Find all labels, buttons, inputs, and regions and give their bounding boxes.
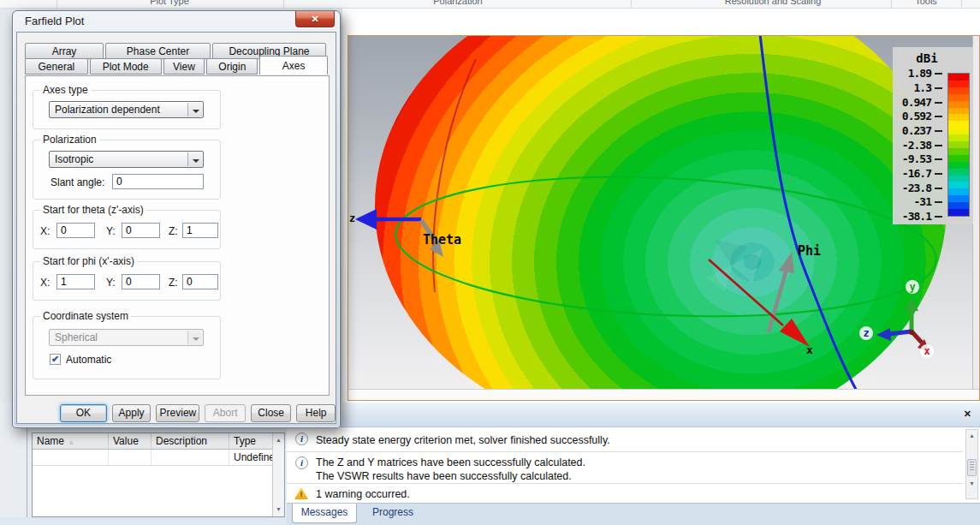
z-axis-label: z	[349, 212, 355, 224]
tick-mark	[935, 188, 942, 189]
ribbon-separator	[891, 0, 892, 9]
triad-y-arrowhead-icon	[905, 298, 918, 311]
legend-tick: -38.1	[893, 210, 931, 223]
axes-type-group-label: Axes type	[40, 84, 91, 96]
tab-array[interactable]: Array	[25, 43, 104, 59]
messages-scrollbar[interactable]: ▲ ▼	[965, 429, 978, 499]
scene-overlay	[348, 36, 979, 389]
theta-y-label: Y:	[106, 225, 116, 237]
dialog-close-button[interactable]: ✕	[295, 11, 335, 27]
tick-mark	[935, 73, 942, 75]
theta-x-label: X:	[40, 225, 50, 237]
axes-type-dropdown-value: Polarization dependent	[55, 104, 160, 116]
info-icon: i	[295, 456, 308, 469]
phi-start-group-label: Start for phi (x'-axis)	[40, 255, 137, 267]
z-axis-arrowhead-icon	[355, 209, 377, 230]
close-button[interactable]: Close	[251, 404, 291, 422]
tab-messages[interactable]: Messages	[292, 504, 357, 523]
legend-tick: -23.8	[893, 182, 931, 194]
scrollbar-thumb[interactable]	[967, 459, 977, 476]
ribbon-separator	[56, 0, 57, 9]
theta-x-input[interactable]	[56, 223, 95, 238]
legend-tick: 0.947	[893, 96, 931, 109]
triad-origin	[909, 330, 914, 335]
legend-tick: -31	[893, 195, 931, 208]
preview-button[interactable]: Preview	[156, 404, 199, 422]
phi-x-input[interactable]	[56, 274, 95, 289]
message-item: ! 1 warning occurred.	[287, 485, 963, 502]
column-header-description[interactable]: Description	[151, 433, 229, 450]
warning-icon: !	[294, 487, 308, 499]
phi-z-input[interactable]	[182, 274, 218, 289]
viewport-horizontal-scrollbar[interactable]	[348, 389, 979, 400]
tab-origin[interactable]: Origin	[206, 58, 258, 75]
meridian-curve-red	[433, 59, 476, 292]
slant-angle-input[interactable]	[112, 174, 204, 189]
cell-type: Undefined	[229, 450, 274, 465]
column-header-type[interactable]: Type	[229, 433, 274, 450]
dialog-tabs: Array Phase Center Decoupling Plane Gene…	[25, 43, 328, 75]
parameter-table-header: Name▵ Value Description Type	[33, 433, 284, 450]
triad-z-arrow	[888, 331, 912, 334]
phi-start-group: Start for phi (x'-axis) X: Y: Z:	[33, 261, 221, 301]
message-text: The VSWR results have been successfully …	[316, 469, 572, 483]
abort-button[interactable]: Abort	[205, 404, 245, 422]
coordinate-system-dropdown[interactable]: Spherical	[49, 329, 204, 346]
phi-y-input[interactable]	[122, 274, 160, 289]
coordinate-system-group-label: Coordinate system	[40, 310, 131, 322]
tab-general[interactable]: General	[25, 58, 88, 75]
tab-progress[interactable]: Progress	[365, 504, 420, 523]
tick-mark	[935, 87, 942, 89]
column-header-name[interactable]: Name▵	[33, 433, 109, 450]
apply-button[interactable]: Apply	[112, 404, 151, 422]
ok-button[interactable]: OK	[60, 404, 107, 422]
dialog-button-row: OK Apply Preview Abort Close Help	[17, 404, 336, 422]
cell-description	[151, 450, 229, 465]
help-button[interactable]: Help	[296, 404, 336, 422]
scroll-down-icon[interactable]: ▼	[273, 504, 284, 516]
axes-tab-panel: Axes type Polarization dependent Polariz…	[25, 75, 330, 396]
tab-phase-center[interactable]: Phase Center	[105, 43, 211, 59]
tab-plot-mode[interactable]: Plot Mode	[90, 58, 162, 75]
automatic-checkbox[interactable]: ✔	[50, 354, 61, 365]
phi-arrowhead-icon	[779, 252, 794, 273]
phi-circle-green	[392, 165, 939, 329]
theta-y-input[interactable]	[122, 223, 160, 238]
x-axis-label: x	[806, 343, 813, 356]
table-scrollbar[interactable]: ▲ ▼	[272, 433, 284, 516]
chevron-down-icon	[187, 103, 202, 116]
tick-mark	[935, 102, 942, 104]
polarization-dropdown[interactable]: Isotropic	[49, 151, 204, 168]
tick-mark	[935, 116, 942, 117]
column-header-value[interactable]: Value	[109, 433, 151, 450]
viewport-vertical-scrollbar[interactable]	[972, 36, 979, 389]
automatic-checkbox-label: Automatic	[66, 354, 111, 366]
farfield-3d-scene[interactable]: Theta Phi x z y z x dBi 1.89 1.3 0.947 0…	[348, 36, 979, 389]
window-bottom-edge	[0, 517, 287, 525]
cell-name	[33, 450, 109, 465]
table-row[interactable]: Undefined	[33, 450, 284, 466]
scroll-down-icon[interactable]: ▼	[966, 478, 977, 490]
axes-type-dropdown[interactable]: Polarization dependent	[49, 101, 204, 118]
theta-start-group: Start for theta (z'-axis) X: Y: Z:	[33, 210, 221, 249]
info-icon: i	[295, 433, 308, 445]
message-text: Steady state energy criterion met, solve…	[316, 433, 610, 447]
ribbon-separator	[631, 0, 632, 9]
sort-ascending-icon: ▵	[69, 438, 74, 446]
messages-close-icon[interactable]: ✕	[964, 409, 971, 420]
theta-start-group-label: Start for theta (z'-axis)	[40, 204, 146, 216]
theta-z-input[interactable]	[182, 223, 218, 238]
scroll-up-icon[interactable]: ▲	[966, 430, 977, 442]
dialog-title: Farfield Plot	[25, 15, 84, 27]
tab-axes[interactable]: Axes	[259, 56, 328, 75]
legend-colorbar	[947, 73, 970, 217]
checkmark-icon: ✔	[51, 354, 59, 364]
scroll-up-icon[interactable]: ▲	[273, 434, 284, 446]
slant-angle-label: Slant angle:	[50, 176, 104, 188]
messages-tab-bar: Messages Progress	[287, 503, 980, 525]
main-view-window: Theta Phi x z y z x dBi 1.89 1.3 0.947 0…	[342, 9, 980, 403]
coordinate-system-dropdown-value: Spherical	[55, 331, 98, 343]
tab-view[interactable]: View	[163, 58, 205, 75]
legend-tick: 1.89	[893, 67, 931, 80]
tick-mark	[935, 173, 942, 175]
